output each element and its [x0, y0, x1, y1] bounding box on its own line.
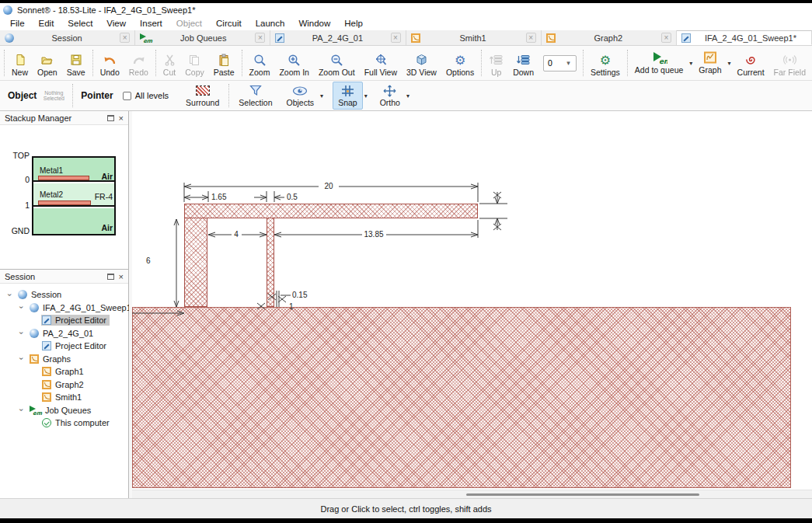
expand-arrow-icon[interactable]: ›	[17, 303, 26, 312]
float-panel-icon[interactable]	[107, 274, 114, 280]
metal1-bar[interactable]	[38, 176, 89, 180]
scrollbar-thumb[interactable]	[466, 493, 699, 496]
chevron-down-icon[interactable]: ▾	[405, 92, 411, 99]
paste-button[interactable]: Paste	[209, 47, 239, 79]
tab-session[interactable]: Session ×	[0, 30, 135, 45]
fr4-label: FR-4	[95, 192, 113, 201]
tree-item-pa-project-editor[interactable]: Project Editor	[0, 340, 128, 353]
options-button[interactable]: ⚙ Options	[441, 47, 479, 79]
ortho-button[interactable]: Ortho	[375, 82, 405, 109]
menu-view[interactable]: View	[99, 18, 133, 29]
tree-item-job-queues[interactable]: › Job Queues	[0, 404, 128, 417]
menu-help[interactable]: Help	[337, 18, 370, 29]
tree-item-label: Graph2	[55, 380, 84, 389]
3d-view-button[interactable]: 3D View	[402, 47, 441, 79]
current-spiral-icon	[744, 53, 758, 67]
zoom-out-button[interactable]: Zoom Out	[314, 47, 360, 79]
horizontal-scrollbar[interactable]	[132, 490, 812, 498]
full-view-button[interactable]: Full View	[360, 47, 402, 79]
zoom-button[interactable]: Zoom	[245, 47, 275, 79]
expand-arrow-icon[interactable]: ›	[17, 354, 26, 364]
menu-edit[interactable]: Edit	[32, 18, 61, 29]
new-button[interactable]: New	[7, 47, 33, 79]
chevron-down-icon[interactable]: ▾	[319, 92, 325, 99]
menu-circuit[interactable]: Circuit	[209, 18, 249, 29]
tree-item-this-computer[interactable]: This computer	[0, 417, 128, 430]
button-label: Objects	[287, 98, 315, 107]
menu-select[interactable]: Select	[61, 18, 99, 29]
close-icon[interactable]: ×	[255, 33, 265, 43]
all-levels-checkbox[interactable]: All levels	[117, 91, 175, 100]
tree-item-label: Smith1	[55, 392, 82, 402]
close-icon[interactable]: ×	[120, 33, 130, 43]
ground-plane-polygon[interactable]	[132, 307, 791, 488]
undo-button[interactable]: Undo	[96, 47, 124, 79]
save-button[interactable]: Save	[62, 47, 90, 79]
project-editor-canvas[interactable]: 20 1.65 0.5 4 13.85	[132, 111, 812, 498]
snap-grid-icon	[341, 84, 354, 97]
expand-arrow-icon[interactable]: ›	[5, 290, 14, 299]
close-icon[interactable]: ×	[391, 33, 401, 43]
level-down-button[interactable]: Down	[508, 47, 538, 79]
add-to-queue-button[interactable]: em Add to queue	[630, 49, 688, 77]
float-panel-icon[interactable]	[107, 115, 114, 121]
tab-smith1[interactable]: Smith1 ×	[406, 30, 542, 45]
close-icon[interactable]: ×	[526, 33, 536, 43]
svg-text:em: em	[659, 58, 667, 65]
tree-item-graph2[interactable]: Graph2	[0, 378, 128, 392]
graph-button[interactable]: Graph	[694, 49, 726, 77]
snap-button[interactable]: Snap	[333, 82, 363, 110]
tab-ifa-2-4g-01-sweep1[interactable]: IFA_2_4G_01_Sweep1*	[677, 30, 812, 45]
chevron-down-icon[interactable]: ▾	[727, 60, 733, 67]
tree-item-session[interactable]: › Session	[0, 288, 128, 302]
menu-insert[interactable]: Insert	[133, 18, 169, 29]
expand-arrow-icon[interactable]: ›	[17, 406, 26, 415]
tab-pa-2-4g-01[interactable]: PA_2_4G_01 ×	[270, 30, 406, 45]
session-panel-header: Session ×	[0, 270, 128, 284]
current-button[interactable]: Current	[733, 47, 769, 79]
graph-icon	[30, 354, 39, 364]
close-icon[interactable]: ×	[119, 273, 124, 281]
button-label: Surround	[186, 98, 219, 107]
menu-window[interactable]: Window	[291, 18, 337, 29]
button-label: Zoom Out	[319, 68, 355, 77]
objects-visibility-button[interactable]: Objects	[282, 82, 319, 109]
button-label: Ortho	[380, 98, 400, 107]
antenna-feed-strip-polygon[interactable]	[267, 218, 274, 307]
tree-item-pa-project[interactable]: › PA_2_4G_01	[0, 327, 128, 340]
tab-job-queues[interactable]: Job Queues ×	[135, 30, 270, 45]
stackup-top-label: TOP	[2, 151, 30, 160]
stackup-air-top-layer[interactable]: Metal1 Air	[33, 158, 114, 182]
stackup-air-bottom-layer[interactable]: Air	[33, 208, 114, 234]
close-icon[interactable]: ×	[119, 114, 124, 122]
tab-graph2[interactable]: Graph2 ×	[542, 30, 677, 45]
stackup-cross-section[interactable]: Metal1 Air Metal2 FR-4 Air	[32, 156, 116, 235]
chevron-down-icon[interactable]: ▾	[688, 60, 694, 67]
open-button[interactable]: Open	[33, 47, 62, 79]
selection-filter-button[interactable]: Selection	[234, 82, 277, 109]
level-dropdown[interactable]: 0 ▾	[543, 55, 577, 71]
tree-item-graph1[interactable]: Graph1	[0, 365, 128, 378]
antenna-top-arm-polygon[interactable]	[184, 204, 478, 218]
surround-button[interactable]: Surround	[181, 82, 224, 109]
checkbox-icon[interactable]	[123, 92, 131, 100]
chevron-down-icon[interactable]: ▾	[363, 92, 369, 99]
button-label: Zoom In	[279, 68, 309, 77]
settings-button[interactable]: ⚙ Settings	[586, 47, 625, 79]
stackup-fr4-layer[interactable]: Metal2 FR-4	[33, 183, 114, 207]
tree-item-graphs[interactable]: › Graphs	[0, 353, 128, 366]
metal2-bar[interactable]	[38, 200, 91, 205]
menu-file[interactable]: File	[3, 18, 32, 29]
close-icon[interactable]: ×	[661, 33, 671, 43]
antenna-short-arm-polygon[interactable]	[184, 218, 207, 307]
button-label: Full View	[364, 68, 397, 77]
expand-arrow-icon[interactable]: ›	[17, 329, 26, 338]
tree-item-ifa-project-editor[interactable]: Project Editor	[0, 314, 128, 327]
stackup-diagram[interactable]: TOP 0 1 GND Metal1 Air Metal2 FR-4	[0, 125, 128, 269]
menu-launch[interactable]: Launch	[249, 18, 292, 29]
dim-strip-width: 0.5	[287, 193, 298, 201]
graph-icon	[42, 380, 51, 389]
tree-item-ifa-project[interactable]: › IFA_2_4G_01_Sweep1*	[0, 302, 128, 315]
zoom-in-button[interactable]: Zoom In	[274, 47, 314, 79]
tree-item-smith1[interactable]: Smith1	[0, 391, 128, 404]
